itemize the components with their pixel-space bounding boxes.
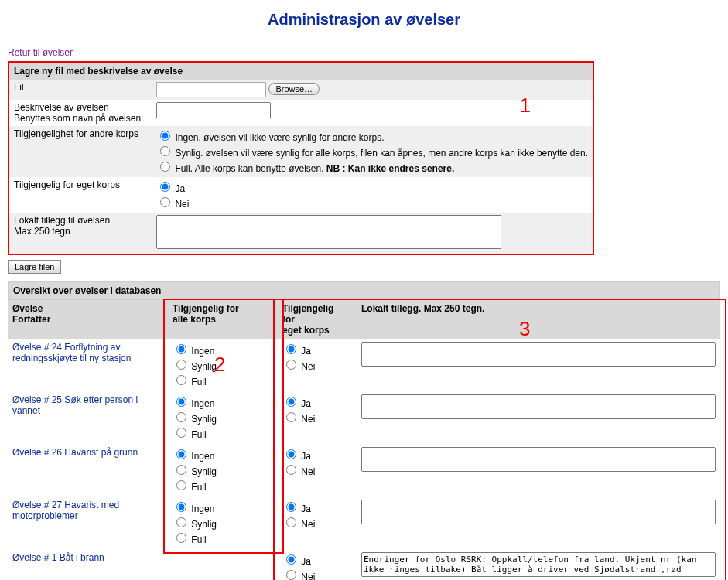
own-option-no[interactable]: Nei [282, 357, 352, 373]
table-row: Øvelse # 1 Båt i brann Ja Nei [8, 549, 720, 580]
return-link[interactable]: Retur til øvelser [8, 47, 73, 58]
exercise-link[interactable]: Øvelse # 24 Forflytning av redningsskjøy… [12, 342, 131, 363]
local-label-line2: Max 250 tegn [14, 226, 70, 237]
all-option-full[interactable]: Full [173, 373, 273, 388]
row-local-textarea[interactable] [361, 500, 716, 524]
row-local-textarea[interactable] [361, 552, 716, 577]
avail-other-full[interactable]: Full. Alle korps kan benytte øvelsen. NB… [156, 159, 588, 175]
exercise-link[interactable]: Øvelse # 26 Havarist på grunn [12, 447, 138, 458]
description-input[interactable] [156, 102, 271, 118]
annotation-one: 1 [520, 94, 531, 118]
all-option-none[interactable]: Ingen [173, 447, 273, 462]
table-row: Øvelse # 24 Forflytning av redningsskjøy… [8, 339, 720, 391]
avail-other-none[interactable]: Ingen. øvelsen vil ikke være synlig for … [156, 128, 588, 144]
col-exercise-line2: Forfatter [12, 314, 50, 325]
avail-own-label: Tilgjengelig for eget korps [9, 177, 152, 213]
all-option-full[interactable]: Full [173, 425, 273, 441]
page-title: Administrasjon av øvelser [8, 11, 720, 29]
exercise-link[interactable]: Øvelse # 27 Havarist med motorproblemer [12, 500, 119, 521]
all-option-visible[interactable]: Synlig [173, 462, 273, 478]
table-row: Øvelse # 26 Havarist på grunn Ingen Synl… [8, 444, 720, 496]
row-local-textarea[interactable] [361, 447, 716, 472]
all-option-full[interactable]: Full [173, 531, 273, 546]
local-addition-textarea[interactable] [156, 215, 501, 249]
desc-label-line2: Benyttes som navn på øvelsen [14, 113, 141, 124]
row-local-textarea[interactable] [361, 342, 716, 367]
own-option-no[interactable]: Nei [282, 410, 352, 425]
upload-form-box: 1 Lagre ny fil med beskrivelse av øvelse… [8, 61, 594, 255]
col-own-line1: Tilgjengelig [282, 303, 333, 314]
all-option-none[interactable]: Ingen [173, 394, 273, 410]
file-label: Fil [9, 80, 152, 100]
file-input[interactable] [156, 82, 266, 97]
exercise-list-section: Oversikt over øvelser i databasen Øvelse… [8, 281, 720, 580]
col-own-line2: for [282, 314, 295, 325]
own-option-yes[interactable]: Ja [282, 394, 352, 410]
all-option-none[interactable]: Ingen [173, 500, 273, 515]
all-option-full[interactable]: Full [173, 478, 273, 493]
own-option-no[interactable]: Nei [282, 515, 352, 531]
avail-other-label: Tilgjengelighet for andre korps [9, 126, 152, 177]
own-option-yes[interactable]: Ja [282, 552, 352, 568]
exercise-link[interactable]: Øvelse # 25 Søk etter person i vannet [12, 394, 138, 416]
all-option-visible[interactable]: Synlig [173, 410, 273, 425]
desc-label-line1: Beskrivelse av øvelsen [14, 102, 109, 113]
own-option-yes[interactable]: Ja [282, 447, 352, 462]
upload-section-header: Lagre ny fil med beskrivelse av øvelse [9, 63, 593, 80]
all-option-visible[interactable]: Synlig [173, 515, 273, 531]
own-option-yes[interactable]: Ja [282, 342, 352, 357]
own-option-no[interactable]: Nei [282, 568, 352, 580]
row-local-textarea[interactable] [361, 394, 716, 419]
save-file-button[interactable]: Lagre filen [8, 260, 61, 274]
list-section-header: Oversikt over øvelser i databasen [8, 281, 720, 300]
col-all-line1: Tilgjengelig for [173, 303, 239, 314]
browse-button[interactable]: Browse… [268, 83, 320, 95]
avail-own-no[interactable]: Nei [156, 195, 588, 210]
avail-own-yes[interactable]: Ja [156, 179, 588, 195]
col-all-line2: alle korps [173, 314, 216, 325]
local-label-line1: Lokalt tillegg til øvelsen [14, 215, 110, 226]
own-option-no[interactable]: Nei [282, 462, 352, 478]
own-option-yes[interactable]: Ja [282, 500, 352, 515]
col-own-line3: eget korps [282, 325, 330, 336]
col-local: Lokalt tillegg. Max 250 tegn. [357, 300, 720, 339]
table-row: Øvelse # 25 Søk etter person i vannet In… [8, 391, 720, 444]
all-option-visible[interactable]: Synlig [173, 357, 273, 373]
all-option-none[interactable]: Ingen [173, 342, 273, 357]
avail-other-visible[interactable]: Synlig. øvelsen vil være synlig for alle… [156, 144, 588, 159]
table-row: Øvelse # 27 Havarist med motorproblemer … [8, 496, 720, 549]
exercise-link[interactable]: Øvelse # 1 Båt i brann [12, 552, 104, 563]
exercise-table: Øvelse Forfatter Tilgjengelig for alle k… [8, 300, 720, 580]
col-exercise-line1: Øvelse [12, 303, 43, 314]
